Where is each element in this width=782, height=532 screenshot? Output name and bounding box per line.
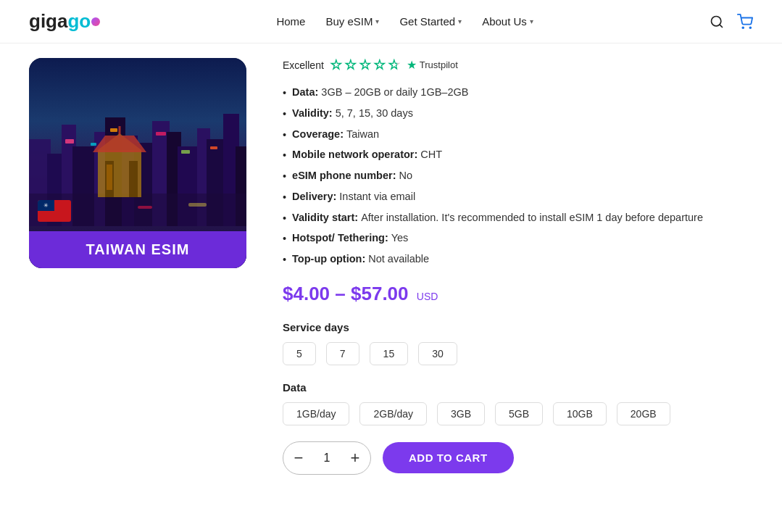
specs-list: Data: 3GB – 20GB or daily 1GB–2GB Validi…	[283, 85, 753, 268]
product-label: TAIWAN ESIM	[29, 231, 246, 268]
chevron-down-icon: ▾	[458, 17, 462, 25]
trustpilot-brand-label: Trustpilot	[420, 59, 458, 70]
spec-validity-value: 5, 7, 15, 30 days	[336, 106, 413, 122]
spec-esim-phone-label: eSIM phone number:	[292, 168, 396, 184]
nav-item-aboutus[interactable]: About Us ▾	[482, 15, 533, 28]
spec-hotspot-label: Hotspot/ Tethering:	[292, 230, 388, 246]
flag-sun: ✳	[43, 203, 49, 209]
quantity-control: − 1 +	[283, 441, 371, 475]
quantity-increase-button[interactable]: +	[340, 442, 370, 474]
chevron-down-icon: ▾	[530, 17, 533, 25]
nav-item-getstarted[interactable]: Get Started ▾	[399, 15, 462, 28]
data-options: 1GB/day 2GB/day 3GB 5GB 10GB 20GB	[283, 402, 753, 425]
flag-canton: ✳	[38, 200, 54, 211]
quantity-decrease-button[interactable]: −	[283, 442, 314, 474]
svg-rect-28	[188, 203, 207, 207]
nav: Home Buy eSIM ▾ Get Started ▾ About Us ▾	[276, 15, 533, 28]
spec-topup-label: Top-up option:	[292, 252, 365, 267]
data-option-20gb[interactable]: 20GB	[617, 402, 670, 425]
service-day-5[interactable]: 5	[283, 342, 316, 365]
product-image-column: ✳ TAIWAN ESIM	[29, 58, 246, 475]
spec-hotspot: Hotspot/ Tethering: Yes	[283, 230, 753, 247]
cart-button[interactable]	[737, 14, 753, 30]
trustpilot-row: Excellent ★ ★ ★ ★ ★ ★ Trustpilot	[283, 58, 753, 72]
svg-rect-27	[138, 206, 152, 209]
spec-data: Data: 3GB – 20GB or daily 1GB–2GB	[283, 85, 753, 101]
main-content: ✳ TAIWAN ESIM Excellent ★ ★ ★ ★ ★ ★ Trus…	[0, 43, 782, 504]
svg-rect-23	[91, 143, 96, 146]
add-to-cart-row: − 1 + ADD TO CART	[283, 441, 753, 475]
spec-validity-start-value: After installation. It's recommended to …	[361, 210, 703, 226]
spec-validity: Validity: 5, 7, 15, 30 days	[283, 106, 753, 122]
spec-operator-label: Mobile network operator:	[292, 147, 417, 163]
spec-operator-value: CHT	[420, 147, 442, 163]
star-3: ★	[359, 59, 372, 72]
trustpilot-stars: ★ ★ ★ ★ ★	[330, 59, 401, 72]
service-day-30[interactable]: 30	[418, 342, 457, 365]
nav-getstarted-label: Get Started	[399, 15, 455, 28]
search-icon	[710, 14, 724, 29]
quantity-value: 1	[314, 452, 340, 465]
add-to-cart-button[interactable]: ADD TO CART	[383, 442, 514, 473]
spec-operator: Mobile network operator: CHT	[283, 147, 753, 164]
spec-coverage-value: Taiwan	[346, 127, 379, 143]
spec-esim-phone-value: No	[399, 168, 412, 184]
header: gigago Home Buy eSIM ▾ Get Started ▾ Abo…	[0, 0, 782, 43]
service-days-options: 5 7 15 30	[283, 342, 753, 365]
svg-rect-24	[181, 150, 190, 154]
spec-delivery-value: Instant via email	[339, 189, 415, 205]
taiwan-flag: ✳	[38, 200, 71, 222]
spec-data-value: 3GB – 20GB or daily 1GB–2GB	[321, 85, 468, 101]
svg-rect-21	[156, 132, 166, 136]
search-button[interactable]	[710, 14, 724, 29]
spec-topup-value: Not available	[368, 252, 429, 267]
nav-home-label: Home	[276, 15, 305, 28]
svg-point-2	[742, 27, 744, 28]
nav-buyesim-label: Buy eSIM	[325, 15, 373, 28]
svg-rect-19	[65, 139, 74, 144]
service-day-7[interactable]: 7	[326, 342, 359, 365]
price-currency: USD	[417, 291, 438, 302]
service-day-15[interactable]: 15	[370, 342, 409, 365]
logo-go-text: go	[67, 10, 91, 33]
data-option-10gb[interactable]: 10GB	[553, 402, 607, 425]
star-1: ★	[330, 59, 343, 72]
price-from: $4.00	[283, 283, 330, 304]
product-image-wrap: ✳ TAIWAN ESIM	[29, 58, 246, 268]
svg-point-3	[749, 27, 751, 28]
service-days-label: Service days	[283, 321, 753, 333]
svg-rect-20	[110, 128, 117, 132]
chevron-down-icon: ▾	[375, 17, 379, 25]
product-details-column: Excellent ★ ★ ★ ★ ★ ★ Trustpilot Data: 3…	[283, 58, 753, 475]
star-5-half: ★	[388, 59, 401, 72]
spec-topup: Top-up option: Not available	[283, 252, 753, 268]
price-to: $57.00	[351, 283, 409, 304]
spec-data-label: Data:	[292, 85, 318, 101]
star-4: ★	[373, 59, 386, 72]
logo-giga-text: giga	[29, 10, 67, 33]
spec-esim-phone: eSIM phone number: No	[283, 168, 753, 185]
spec-delivery-label: Delivery:	[292, 189, 336, 205]
svg-line-1	[720, 24, 723, 27]
data-option-3gb[interactable]: 3GB	[437, 402, 485, 425]
trustpilot-brand: ★ Trustpilot	[407, 58, 458, 72]
data-option-5gb[interactable]: 5GB	[495, 402, 543, 425]
spec-validity-label: Validity:	[292, 106, 333, 122]
price-separator: –	[335, 283, 351, 304]
data-label: Data	[283, 381, 753, 394]
trustpilot-label: Excellent	[283, 59, 324, 71]
price-row: $4.00 – $57.00 USD	[283, 283, 753, 305]
data-option-1gb[interactable]: 1GB/day	[283, 402, 349, 425]
nav-item-home[interactable]: Home	[276, 15, 305, 28]
nav-item-buyesim[interactable]: Buy eSIM ▾	[325, 15, 379, 28]
spec-hotspot-value: Yes	[391, 230, 409, 246]
svg-rect-33	[107, 165, 112, 190]
logo-dot-icon	[91, 17, 100, 26]
logo[interactable]: gigago	[29, 10, 100, 33]
spec-validity-start: Validity start: After installation. It's…	[283, 210, 753, 227]
spec-delivery: Delivery: Instant via email	[283, 189, 753, 206]
svg-rect-22	[210, 146, 217, 149]
trustpilot-star-icon: ★	[407, 58, 417, 72]
data-option-2gb[interactable]: 2GB/day	[359, 402, 426, 425]
spec-coverage: Coverage: Taiwan	[283, 127, 753, 144]
